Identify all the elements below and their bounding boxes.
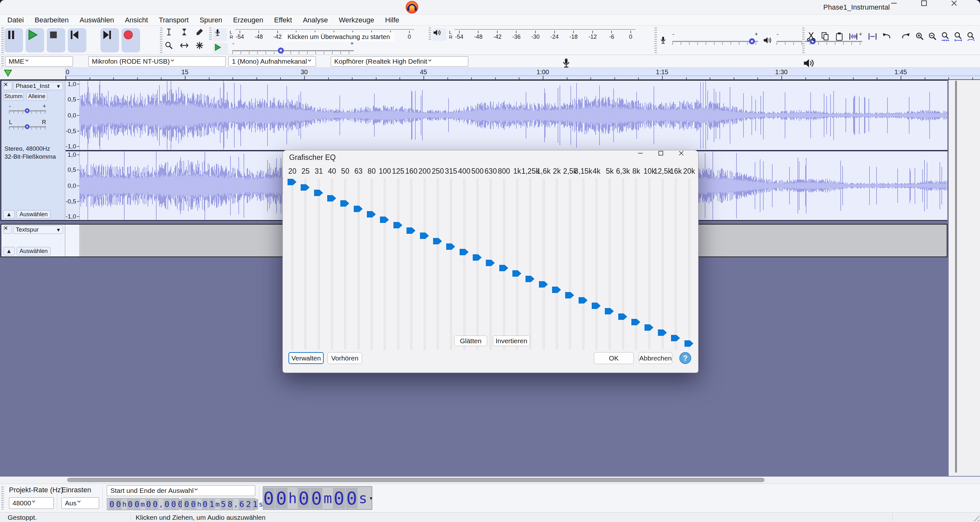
eq-band-slider-track[interactable]: [410, 178, 412, 350]
eq-band-slider-track[interactable]: [358, 178, 360, 350]
help-button[interactable]: ?: [679, 352, 691, 364]
solo-button[interactable]: Alleine: [26, 92, 47, 100]
audio-position-display[interactable]: 00h00m00s▾: [263, 486, 372, 510]
eq-band-slider-track[interactable]: [424, 178, 426, 350]
eq-band-slider-thumb[interactable]: [486, 260, 495, 266]
zoom-out-button[interactable]: [928, 31, 940, 48]
selection-toolbar-grip[interactable]: [1, 487, 4, 509]
ansicht-menu[interactable]: Ansicht: [119, 16, 153, 24]
vertical-scrollbar-thumb[interactable]: [955, 81, 957, 473]
eq-band-slider-track[interactable]: [688, 178, 690, 350]
edit-toolbar-grip[interactable]: [802, 27, 805, 53]
vertical-scrollbar[interactable]: [949, 80, 980, 476]
eq-band-slider-thumb[interactable]: [433, 238, 442, 244]
pause-button[interactable]: [5, 28, 23, 53]
zoom-fit-button[interactable]: [953, 31, 966, 48]
track-select-button[interactable]: Auswählen: [17, 247, 51, 255]
eq-band-slider-thumb[interactable]: [393, 222, 402, 228]
zoom-selection-button[interactable]: [940, 31, 953, 48]
datei-menu[interactable]: Datei: [2, 16, 29, 24]
playback-meter-scale[interactable]: -54-48-42-36-30-24-18-12-60: [455, 29, 636, 40]
eq-band-slider-thumb[interactable]: [407, 228, 416, 234]
record-button[interactable]: [121, 28, 140, 53]
audio-host-select[interactable]: MME: [5, 56, 73, 67]
multi-tool[interactable]: [194, 40, 210, 54]
playback-meter-grip[interactable]: [429, 27, 431, 40]
tools-toolbar-grip[interactable]: [160, 27, 162, 53]
eq-band-slider-track[interactable]: [556, 178, 558, 350]
eq-band-slider-track[interactable]: [371, 178, 372, 350]
gain-slider-thumb[interactable]: [25, 108, 29, 113]
eq-band-slider-thumb[interactable]: [446, 243, 455, 250]
envelope-tool[interactable]: [179, 27, 194, 40]
zoom-toggle-button[interactable]: [966, 31, 979, 48]
skip-to-start-button[interactable]: [68, 28, 86, 53]
pan-slider-thumb[interactable]: [25, 124, 29, 129]
play-speed-slider-thumb[interactable]: [278, 48, 284, 54]
invert-button[interactable]: Invertieren: [493, 336, 530, 346]
eq-band-slider-track[interactable]: [331, 178, 333, 350]
transport-toolbar-grip[interactable]: [1, 27, 4, 53]
track-select-button[interactable]: Auswählen: [17, 210, 51, 218]
input-channels-select[interactable]: 1 (Mono) Aufnahmekanal: [228, 56, 316, 67]
eq-band-slider-track[interactable]: [582, 178, 584, 350]
play-button[interactable]: [25, 28, 44, 53]
eq-band-slider-track[interactable]: [437, 178, 439, 350]
spuren-menu[interactable]: Spuren: [194, 16, 228, 24]
track-collapse-button[interactable]: ▲: [3, 210, 15, 218]
eq-band-slider-track[interactable]: [304, 178, 306, 350]
eq-band-slider-thumb[interactable]: [473, 254, 482, 261]
output-device-select[interactable]: Kopfhörer (Realtek High Definit: [331, 56, 468, 67]
snap-select[interactable]: Aus: [61, 497, 99, 509]
erzeugen-menu[interactable]: Erzeugen: [228, 16, 269, 24]
selection-tool[interactable]: [164, 27, 179, 40]
stop-button[interactable]: [47, 28, 65, 53]
waveform-left-channel[interactable]: [80, 81, 947, 150]
close-button[interactable]: [950, 0, 980, 14]
eq-band-slider-track[interactable]: [609, 178, 611, 350]
record-meter-grip[interactable]: [209, 27, 212, 40]
dialog-title-bar[interactable]: Grafischer EQ: [283, 150, 698, 164]
preview-button[interactable]: Vorhören: [328, 352, 362, 364]
resize-grip[interactable]: [972, 514, 979, 521]
eq-band-slider-thumb[interactable]: [632, 319, 641, 325]
hilfe-menu[interactable]: Hilfe: [380, 16, 405, 24]
eq-band-slider-thumb[interactable]: [367, 211, 376, 218]
eq-band-slider-track[interactable]: [318, 178, 320, 350]
track-close-button[interactable]: [3, 82, 12, 90]
eq-band-slider-thumb[interactable]: [460, 249, 469, 255]
eq-band-slider-track[interactable]: [477, 178, 479, 350]
eq-band-slider-track[interactable]: [463, 178, 465, 350]
paste-button[interactable]: [834, 31, 848, 48]
project-rate-select[interactable]: 48000: [9, 497, 54, 509]
eq-band-slider-track[interactable]: [384, 178, 386, 350]
selection-mode-select[interactable]: Start und Ende der Auswahl: [107, 485, 255, 496]
draw-tool[interactable]: [194, 27, 210, 40]
eq-band-slider-track[interactable]: [450, 178, 452, 350]
playback-meter-speaker-button[interactable]: [433, 28, 447, 41]
cancel-button[interactable]: Abbrechen: [639, 352, 672, 364]
zoom-in-button[interactable]: [915, 31, 928, 48]
mixer-toolbar-grip[interactable]: [654, 27, 657, 53]
maximize-button[interactable]: [657, 150, 678, 164]
eq-band-slider-thumb[interactable]: [644, 324, 654, 331]
maximize-button[interactable]: [920, 0, 950, 14]
input-device-select[interactable]: Mikrofon (RODE NT-USB): [88, 56, 226, 67]
eq-band-slider-thumb[interactable]: [499, 265, 509, 271]
eq-band-slider-thumb[interactable]: [671, 335, 680, 341]
ok-button[interactable]: OK: [594, 352, 633, 364]
eq-band-slider-thumb[interactable]: [301, 184, 310, 191]
eq-band-slider-track[interactable]: [595, 178, 597, 350]
eq-band-slider-track[interactable]: [569, 178, 571, 350]
play-speed-slider[interactable]: [232, 46, 354, 55]
effekt-menu[interactable]: Effekt: [269, 16, 298, 24]
eq-band-slider-thumb[interactable]: [539, 281, 548, 288]
eq-band-slider-thumb[interactable]: [618, 314, 628, 320]
track-title-button[interactable]: Phase1_Inst▼: [13, 82, 63, 90]
smooth-button[interactable]: Glätten: [454, 336, 487, 346]
eq-band-slider-thumb[interactable]: [605, 308, 614, 314]
horizontal-scrollbar-thumb[interactable]: [67, 478, 764, 482]
analyse-menu[interactable]: Analyse: [298, 16, 333, 24]
zoom-tool[interactable]: [164, 40, 179, 54]
eq-band-slider-track[interactable]: [675, 178, 677, 350]
